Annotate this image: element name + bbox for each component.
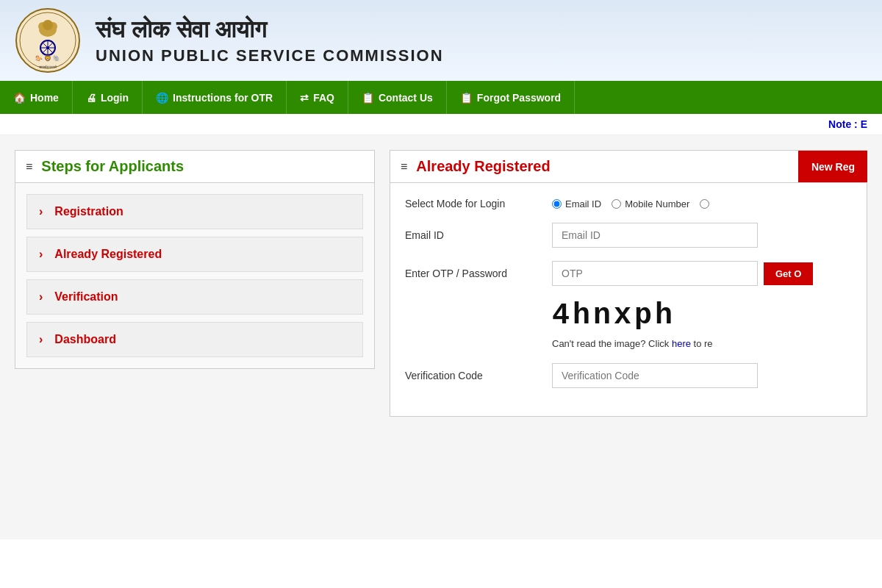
otp-label: Enter OTP / Password — [405, 268, 537, 279]
forgot-icon: 📋 — [460, 92, 473, 104]
verification-input[interactable] — [552, 363, 758, 388]
login-form: Select Mode for Login Email ID Mobile Nu… — [390, 183, 867, 417]
header-text: संघ लोक सेवा आयोग UNION PUBLIC SERVICE C… — [96, 16, 444, 65]
hamburger-icon-right: ≡ — [401, 160, 407, 173]
svg-text:🐎 🦁 🐘: 🐎 🦁 🐘 — [35, 54, 60, 62]
radio-mobile-option[interactable]: Mobile Number — [612, 198, 689, 209]
steps-title: Steps for Applicants — [41, 158, 184, 175]
radio-email-option[interactable]: Email ID — [552, 198, 601, 209]
nav-faq-label: FAQ — [313, 92, 334, 104]
step-arrow-dashboard: › — [39, 333, 43, 346]
nav-contact[interactable]: 📋 Contact Us — [348, 81, 447, 114]
nav-contact-label: Contact Us — [379, 92, 433, 104]
new-registration-button[interactable]: New Reg — [798, 151, 867, 182]
english-title: UNION PUBLIC SERVICE COMMISSION — [96, 46, 444, 65]
verification-label: Verification Code — [405, 370, 537, 381]
login-icon: 🖨 — [86, 92, 96, 104]
right-panel: ≡ Already Registered New Reg Select Mode… — [390, 150, 867, 525]
step-already-registered[interactable]: › Already Registered — [26, 237, 363, 272]
faq-icon: ⇄ — [300, 92, 309, 104]
step-arrow-registration: › — [39, 205, 43, 218]
verification-controls — [552, 363, 852, 388]
main-nav: 🏠 Home 🖨 Login 🌐 Instructions for OTR ⇄ … — [0, 81, 882, 114]
radio-mobile-label: Mobile Number — [625, 198, 689, 209]
radio-email-label: Email ID — [565, 198, 601, 209]
home-icon: 🏠 — [13, 92, 26, 104]
email-label: Email ID — [405, 229, 537, 241]
otp-controls: Get O — [552, 261, 852, 286]
nav-instructions-label: Instructions for OTR — [173, 92, 273, 104]
radio-other[interactable] — [700, 199, 709, 209]
hindi-title: संघ लोक सेवा आयोग — [96, 16, 444, 43]
hamburger-icon: ≡ — [26, 160, 32, 173]
radio-mobile[interactable] — [612, 199, 621, 209]
email-input[interactable] — [552, 223, 758, 248]
captcha-section: 4hnxph Can't read the image? Click here … — [552, 299, 852, 350]
nav-instructions[interactable]: 🌐 Instructions for OTR — [143, 81, 287, 114]
captcha-note: Can't read the image? Click here to re — [552, 338, 713, 349]
get-otp-button[interactable]: Get O — [764, 262, 813, 285]
steps-container: › Registration › Already Registered › Ve… — [15, 183, 375, 369]
page-header: 🐎 🦁 🐘 सत्यमेव जयते संघ लोक सेवा आयोग UNI… — [0, 0, 882, 81]
captcha-refresh-link[interactable]: here — [672, 338, 691, 349]
already-registered-title: Already Registered — [416, 158, 550, 175]
already-registered-header: ≡ Already Registered New Reg — [390, 150, 867, 183]
otp-input[interactable] — [552, 261, 758, 286]
nav-faq[interactable]: ⇄ FAQ — [287, 81, 348, 114]
login-mode-options: Email ID Mobile Number — [552, 198, 709, 209]
captcha-image-text: 4hnxph — [552, 299, 852, 332]
step-verification[interactable]: › Verification — [26, 279, 363, 315]
steps-panel-header: ≡ Steps for Applicants — [15, 150, 375, 183]
logo-emblem: 🐎 🦁 🐘 सत्यमेव जयते — [15, 7, 81, 74]
email-controls — [552, 223, 852, 248]
radio-other-option[interactable] — [700, 199, 709, 209]
svg-text:सत्यमेव जयते: सत्यमेव जयते — [38, 65, 57, 69]
captcha-note-text: Can't read the image? Click — [552, 338, 669, 349]
left-panel: ≡ Steps for Applicants › Registration › … — [15, 150, 375, 525]
step-dashboard[interactable]: › Dashboard — [26, 322, 363, 357]
select-mode-row: Select Mode for Login Email ID Mobile Nu… — [405, 198, 852, 209]
instructions-icon: 🌐 — [156, 92, 168, 104]
step-label-verification: Verification — [54, 290, 118, 304]
main-content: ≡ Steps for Applicants › Registration › … — [0, 135, 882, 539]
step-label-registration: Registration — [54, 205, 123, 218]
step-arrow-verification: › — [39, 290, 43, 304]
verification-row: Verification Code — [405, 363, 852, 388]
radio-email[interactable] — [552, 199, 562, 209]
nav-login[interactable]: 🖨 Login — [73, 81, 143, 114]
step-arrow-already-registered: › — [39, 248, 43, 261]
email-row: Email ID — [405, 223, 852, 248]
step-label-already-registered: Already Registered — [54, 248, 162, 261]
nav-home-label: Home — [30, 92, 59, 104]
svg-point-5 — [43, 20, 53, 30]
nav-forgot-label: Forgot Password — [477, 92, 561, 104]
nav-home[interactable]: 🏠 Home — [0, 81, 73, 114]
contact-icon: 📋 — [362, 92, 374, 104]
select-mode-label: Select Mode for Login — [405, 198, 537, 209]
otp-input-group: Get O — [552, 261, 813, 286]
step-label-dashboard: Dashboard — [54, 333, 116, 346]
captcha-note-suffix: to re — [694, 338, 713, 349]
radio-group: Email ID Mobile Number — [552, 198, 852, 209]
otp-row: Enter OTP / Password Get O — [405, 261, 852, 286]
nav-login-label: Login — [101, 92, 129, 104]
nav-forgot[interactable]: 📋 Forgot Password — [447, 81, 575, 114]
note-bar: Note : E — [0, 114, 882, 135]
step-registration[interactable]: › Registration — [26, 194, 363, 229]
note-text: Note : E — [828, 118, 867, 130]
